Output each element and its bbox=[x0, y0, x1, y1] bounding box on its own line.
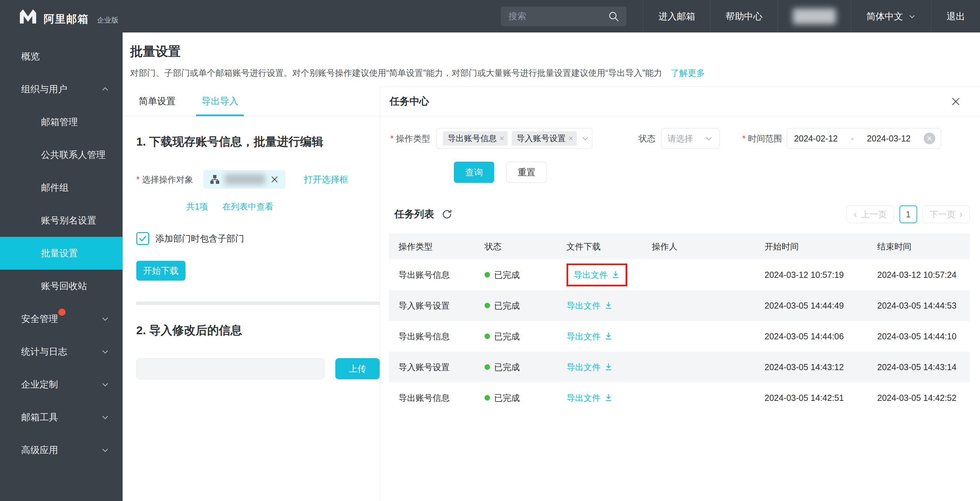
logout-link[interactable]: 退出 bbox=[931, 0, 980, 32]
sidebar-item-batch-settings[interactable]: 批量设置 bbox=[0, 237, 123, 270]
sidebar-item-mail-groups[interactable]: 邮件组 bbox=[0, 171, 123, 204]
date-to[interactable]: 2024-03-12 bbox=[867, 134, 911, 144]
username-redacted bbox=[793, 8, 836, 24]
status-text: 已完成 bbox=[494, 362, 520, 373]
type-tag: 导入账号设置 × bbox=[512, 131, 577, 145]
sidebar-item-mailbox-mgmt[interactable]: 邮箱管理 bbox=[0, 105, 123, 139]
current-page-button[interactable]: 1 bbox=[899, 206, 917, 223]
include-subdept-label[interactable]: 添加部门时包含子部门 bbox=[155, 233, 244, 245]
search-input[interactable] bbox=[508, 11, 608, 22]
task-center-panel: 任务中心 操作类型 导出账号信息 × bbox=[380, 86, 980, 501]
sidebar-item-org-users[interactable]: 组织与用户 bbox=[0, 73, 123, 105]
cell-type: 导出账号信息 bbox=[389, 383, 475, 413]
col-operator: 操作人 bbox=[642, 233, 755, 259]
date-range-picker[interactable]: 2024-02-12 - 2024-03-12 bbox=[787, 128, 941, 148]
download-icon bbox=[604, 332, 613, 341]
download-icon bbox=[611, 270, 620, 279]
chevron-down-icon bbox=[101, 413, 110, 422]
download-icon bbox=[604, 362, 613, 372]
language-selector[interactable]: 简体中文 bbox=[851, 0, 931, 32]
sidebar-item-label: 账号别名设置 bbox=[41, 214, 96, 227]
task-list-title: 任务列表 bbox=[395, 207, 434, 221]
cell-end-time: 2024-03-12 10:57:24 bbox=[868, 259, 970, 290]
task-table: 操作类型 状态 文件下载 操作人 开始时间 结束时间 导出账号信息 bbox=[389, 233, 970, 413]
help-center-link[interactable]: 帮助中心 bbox=[710, 0, 778, 32]
sidebar-item-enterprise-custom[interactable]: 企业定制 bbox=[0, 368, 123, 401]
account-menu[interactable] bbox=[778, 0, 851, 32]
sidebar-item-mail-tools[interactable]: 邮箱工具 bbox=[0, 401, 123, 434]
chevron-down-icon bbox=[705, 134, 713, 143]
reset-button[interactable]: 重置 bbox=[506, 162, 547, 183]
section-divider bbox=[136, 302, 380, 305]
cell-start-time: 2024-03-05 14:43:12 bbox=[755, 352, 868, 383]
refresh-icon[interactable] bbox=[442, 209, 452, 220]
sidebar-item-advanced-apps[interactable]: 高级应用 bbox=[0, 434, 123, 466]
tab-simple-settings[interactable]: 简单设置 bbox=[138, 86, 175, 116]
chevron-down-icon bbox=[101, 347, 110, 356]
remove-tag-icon[interactable]: × bbox=[568, 134, 573, 142]
next-page-button[interactable]: 下一页 › bbox=[923, 206, 970, 223]
include-subdept-checkbox[interactable] bbox=[136, 232, 149, 245]
topbar: 阿里邮箱 企业版 进入邮箱 帮助中心 简体中文 退出 bbox=[0, 0, 980, 32]
sidebar-item-label: 组织与用户 bbox=[21, 83, 67, 95]
sidebar-item-label: 账号回收站 bbox=[41, 280, 87, 292]
chevron-down-icon bbox=[908, 12, 916, 21]
start-download-button[interactable]: 开始下载 bbox=[136, 261, 185, 281]
view-in-list-link[interactable]: 在列表中查看 bbox=[222, 201, 274, 212]
learn-more-link[interactable]: 了解更多 bbox=[671, 68, 705, 78]
export-file-label: 导出文件 bbox=[566, 362, 601, 373]
open-selector-link[interactable]: 打开选择框 bbox=[304, 174, 348, 185]
step2-heading: 2. 导入修改后的信息 bbox=[136, 322, 380, 338]
col-end: 结束时间 bbox=[868, 233, 970, 259]
sidebar-item-label: 公共联系人管理 bbox=[41, 148, 105, 161]
sidebar-item-label: 邮件组 bbox=[41, 182, 68, 194]
brand-edition: 企业版 bbox=[97, 16, 118, 24]
search-icon[interactable] bbox=[608, 10, 620, 22]
sidebar-item-label: 高级应用 bbox=[21, 444, 58, 456]
date-separator: - bbox=[851, 134, 854, 144]
upload-file-input[interactable] bbox=[136, 358, 325, 379]
prev-page-button[interactable]: ‹ 上一页 bbox=[846, 206, 894, 223]
export-file-link[interactable]: 导出文件 bbox=[566, 362, 613, 373]
selected-target-tag[interactable] bbox=[204, 170, 285, 189]
batch-settings-pane: 简单设置 导出导入 1. 下载现存账号信息，批量进行编辑 选择操作对象 bbox=[123, 86, 380, 501]
remove-tag-icon[interactable]: × bbox=[500, 134, 504, 142]
chevron-down-icon bbox=[101, 380, 110, 389]
next-page-label: 下一页 bbox=[930, 209, 955, 220]
clear-date-icon[interactable] bbox=[924, 132, 935, 144]
date-from[interactable]: 2024-02-12 bbox=[794, 134, 838, 144]
close-icon[interactable] bbox=[951, 96, 961, 107]
close-icon[interactable] bbox=[270, 175, 279, 184]
sidebar-item-label: 邮箱管理 bbox=[41, 116, 78, 128]
sidebar-item-overview[interactable]: 概览 bbox=[0, 40, 123, 73]
sidebar-item-stats-logs[interactable]: 统计与日志 bbox=[0, 335, 123, 368]
cell-end-time: 2024-03-05 14:44:53 bbox=[868, 290, 970, 321]
status-done-dot bbox=[485, 303, 490, 308]
status-filter-label: 状态 bbox=[638, 133, 655, 144]
export-file-link[interactable]: 导出文件 bbox=[566, 300, 613, 311]
export-file-link[interactable]: 导出文件 bbox=[566, 393, 613, 404]
status-select[interactable]: 请选择 bbox=[661, 128, 720, 148]
enter-mailbox-link[interactable]: 进入邮箱 bbox=[643, 0, 710, 32]
target-label: 选择操作对象 bbox=[136, 174, 193, 185]
sidebar-item-label: 概览 bbox=[21, 50, 40, 62]
export-file-link[interactable]: 导出文件 bbox=[566, 331, 613, 342]
sidebar-item-alias-settings[interactable]: 账号别名设置 bbox=[0, 204, 123, 237]
status-text: 已完成 bbox=[494, 393, 520, 404]
prev-page-label: 上一页 bbox=[861, 209, 887, 220]
type-multiselect[interactable]: 导出账号信息 × 导入账号设置 × bbox=[436, 128, 592, 148]
sidebar-item-label: 企业定制 bbox=[21, 378, 58, 391]
tab-import-export[interactable]: 导出导入 bbox=[202, 86, 238, 116]
table-row: 导入账号设置 已完成 导出文件 bbox=[389, 290, 970, 321]
topbar-search[interactable] bbox=[501, 6, 627, 26]
export-file-link[interactable]: 导出文件 bbox=[574, 269, 620, 281]
sidebar-item-public-contacts[interactable]: 公共联系人管理 bbox=[0, 139, 123, 171]
status-done-dot bbox=[485, 272, 490, 278]
type-filter-label: 操作类型 bbox=[390, 133, 430, 144]
sidebar-item-security[interactable]: 安全管理 bbox=[0, 302, 123, 335]
upload-button[interactable]: 上传 bbox=[335, 358, 380, 379]
sidebar-item-account-recycle[interactable]: 账号回收站 bbox=[0, 270, 123, 302]
sidebar-item-label: 邮箱工具 bbox=[21, 411, 58, 423]
chevron-down-icon bbox=[101, 446, 110, 455]
query-button[interactable]: 查询 bbox=[454, 162, 494, 183]
